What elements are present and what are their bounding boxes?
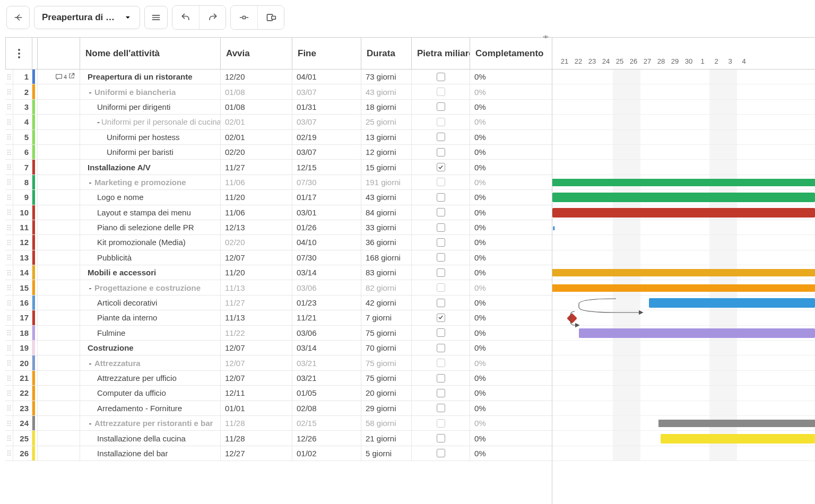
- chevron-down-icon: [124, 13, 132, 22]
- fit-button[interactable]: [231, 6, 257, 29]
- svg-rect-0: [243, 16, 246, 19]
- hamburger-icon: [151, 12, 161, 23]
- layout-button[interactable]: [257, 6, 284, 29]
- undo-button[interactable]: [172, 6, 199, 29]
- undo-redo-group: [172, 5, 226, 30]
- redo-icon: [207, 12, 218, 23]
- arrow-left-icon: [13, 12, 23, 23]
- view-group: [230, 5, 284, 30]
- menu-button[interactable]: [144, 6, 168, 29]
- fit-icon: [239, 12, 249, 23]
- svg-rect-2: [271, 16, 275, 20]
- project-selector[interactable]: Preapertura di u…: [34, 6, 140, 29]
- layout-icon: [266, 12, 276, 23]
- redo-button[interactable]: [199, 6, 226, 29]
- toolbar: Preapertura di u…: [0, 0, 815, 35]
- project-title: Preapertura di u…: [42, 12, 118, 23]
- pane-divider-icon[interactable]: < • >: [543, 33, 547, 35]
- undo-icon: [180, 12, 191, 23]
- back-button[interactable]: [6, 6, 30, 29]
